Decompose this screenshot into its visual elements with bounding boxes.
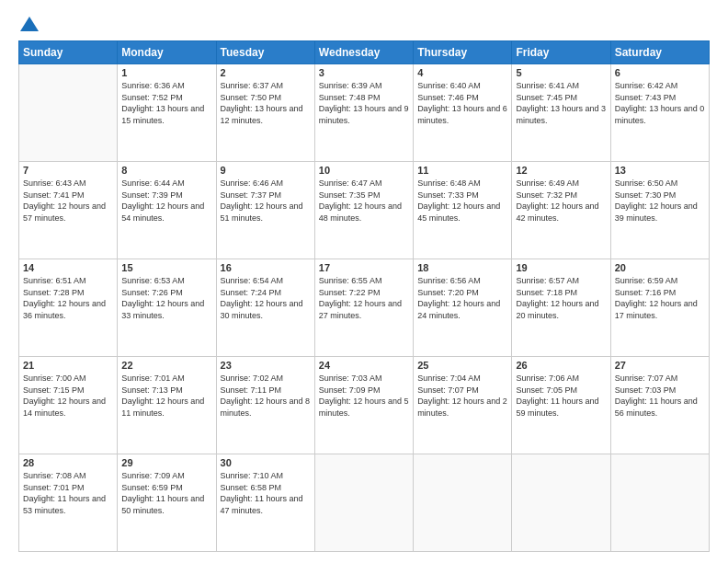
- weekday-header: Thursday: [414, 41, 512, 64]
- calendar-cell: 25Sunrise: 7:04 AMSunset: 7:07 PMDayligh…: [414, 357, 512, 454]
- day-number: 1: [121, 67, 211, 78]
- calendar-cell: 6Sunrise: 6:42 AMSunset: 7:43 PMDaylight…: [610, 64, 709, 162]
- day-number: 22: [121, 360, 211, 371]
- day-info: Sunrise: 7:00 AMSunset: 7:15 PMDaylight:…: [23, 373, 113, 419]
- calendar-cell: 17Sunrise: 6:55 AMSunset: 7:22 PMDayligh…: [314, 259, 413, 357]
- day-number: 27: [615, 360, 705, 371]
- day-info: Sunrise: 6:49 AMSunset: 7:32 PMDaylight:…: [516, 178, 606, 224]
- calendar-cell: 2Sunrise: 6:37 AMSunset: 7:50 PMDaylight…: [216, 64, 314, 162]
- calendar-cell: 19Sunrise: 6:57 AMSunset: 7:18 PMDayligh…: [512, 259, 610, 357]
- calendar-cell: 10Sunrise: 6:47 AMSunset: 7:35 PMDayligh…: [314, 162, 413, 259]
- day-info: Sunrise: 6:46 AMSunset: 7:37 PMDaylight:…: [221, 178, 311, 224]
- calendar-table: SundayMondayTuesdayWednesdayThursdayFrid…: [18, 40, 710, 552]
- calendar-cell: 28Sunrise: 7:08 AMSunset: 7:01 PMDayligh…: [19, 454, 118, 552]
- calendar-cell: 26Sunrise: 7:06 AMSunset: 7:05 PMDayligh…: [512, 357, 610, 454]
- day-number: 26: [516, 360, 606, 371]
- day-number: 13: [615, 165, 705, 176]
- day-number: 3: [319, 67, 409, 78]
- day-number: 28: [23, 457, 113, 468]
- day-info: Sunrise: 7:03 AMSunset: 7:09 PMDaylight:…: [319, 373, 409, 419]
- calendar-cell: 14Sunrise: 6:51 AMSunset: 7:28 PMDayligh…: [19, 259, 118, 357]
- day-info: Sunrise: 6:41 AMSunset: 7:45 PMDaylight:…: [516, 80, 606, 126]
- day-info: Sunrise: 7:02 AMSunset: 7:11 PMDaylight:…: [221, 373, 311, 419]
- day-info: Sunrise: 6:56 AMSunset: 7:20 PMDaylight:…: [417, 275, 507, 321]
- calendar-cell: 15Sunrise: 6:53 AMSunset: 7:26 PMDayligh…: [118, 259, 216, 357]
- day-info: Sunrise: 7:08 AMSunset: 7:01 PMDaylight:…: [23, 470, 113, 516]
- day-info: Sunrise: 6:39 AMSunset: 7:48 PMDaylight:…: [319, 80, 409, 126]
- day-number: 23: [221, 360, 311, 371]
- day-info: Sunrise: 6:54 AMSunset: 7:24 PMDaylight:…: [221, 275, 311, 321]
- day-number: 17: [319, 262, 409, 273]
- day-info: Sunrise: 6:47 AMSunset: 7:35 PMDaylight:…: [319, 178, 409, 224]
- calendar-cell: 27Sunrise: 7:07 AMSunset: 7:03 PMDayligh…: [610, 357, 709, 454]
- day-number: 30: [221, 457, 311, 468]
- day-number: 15: [121, 262, 211, 273]
- page: SundayMondayTuesdayWednesdayThursdayFrid…: [0, 0, 728, 563]
- day-number: 29: [121, 457, 211, 468]
- day-number: 12: [516, 165, 606, 176]
- day-info: Sunrise: 6:48 AMSunset: 7:33 PMDaylight:…: [417, 178, 507, 224]
- calendar-cell: 20Sunrise: 6:59 AMSunset: 7:16 PMDayligh…: [610, 259, 709, 357]
- day-number: 20: [615, 262, 705, 273]
- header: [18, 17, 710, 33]
- weekday-header: Tuesday: [216, 41, 314, 64]
- day-number: 19: [516, 262, 606, 273]
- day-number: 18: [417, 262, 507, 273]
- weekday-header: Monday: [118, 41, 216, 64]
- logo-triangle-icon: [20, 17, 39, 31]
- day-number: 11: [417, 165, 507, 176]
- calendar-cell: 29Sunrise: 7:09 AMSunset: 6:59 PMDayligh…: [118, 454, 216, 552]
- day-info: Sunrise: 6:55 AMSunset: 7:22 PMDaylight:…: [319, 275, 409, 321]
- calendar-cell: 18Sunrise: 6:56 AMSunset: 7:20 PMDayligh…: [414, 259, 512, 357]
- day-number: 5: [516, 67, 606, 78]
- day-info: Sunrise: 6:43 AMSunset: 7:41 PMDaylight:…: [23, 178, 113, 224]
- day-info: Sunrise: 7:09 AMSunset: 6:59 PMDaylight:…: [121, 470, 211, 516]
- day-number: 21: [23, 360, 113, 371]
- calendar-week-row: 1Sunrise: 6:36 AMSunset: 7:52 PMDaylight…: [19, 64, 710, 162]
- day-info: Sunrise: 6:40 AMSunset: 7:46 PMDaylight:…: [417, 80, 507, 126]
- day-number: 14: [23, 262, 113, 273]
- calendar-week-row: 14Sunrise: 6:51 AMSunset: 7:28 PMDayligh…: [19, 259, 710, 357]
- day-info: Sunrise: 6:37 AMSunset: 7:50 PMDaylight:…: [221, 80, 311, 126]
- logo: [18, 17, 39, 33]
- day-info: Sunrise: 6:57 AMSunset: 7:18 PMDaylight:…: [516, 275, 606, 321]
- day-info: Sunrise: 7:01 AMSunset: 7:13 PMDaylight:…: [121, 373, 211, 419]
- day-number: 9: [221, 165, 311, 176]
- calendar-cell: [19, 64, 118, 162]
- calendar-cell: 13Sunrise: 6:50 AMSunset: 7:30 PMDayligh…: [610, 162, 709, 259]
- calendar-week-row: 21Sunrise: 7:00 AMSunset: 7:15 PMDayligh…: [19, 357, 710, 454]
- calendar-week-row: 28Sunrise: 7:08 AMSunset: 7:01 PMDayligh…: [19, 454, 710, 552]
- weekday-header: Wednesday: [314, 41, 413, 64]
- day-info: Sunrise: 6:51 AMSunset: 7:28 PMDaylight:…: [23, 275, 113, 321]
- calendar-cell: 5Sunrise: 6:41 AMSunset: 7:45 PMDaylight…: [512, 64, 610, 162]
- weekday-header: Friday: [512, 41, 610, 64]
- calendar-cell: 9Sunrise: 6:46 AMSunset: 7:37 PMDaylight…: [216, 162, 314, 259]
- calendar-cell: [414, 454, 512, 552]
- day-number: 10: [319, 165, 409, 176]
- day-number: 4: [417, 67, 507, 78]
- calendar-cell: 21Sunrise: 7:00 AMSunset: 7:15 PMDayligh…: [19, 357, 118, 454]
- calendar-cell: [610, 454, 709, 552]
- day-info: Sunrise: 7:10 AMSunset: 6:58 PMDaylight:…: [221, 470, 311, 516]
- day-info: Sunrise: 7:04 AMSunset: 7:07 PMDaylight:…: [417, 373, 507, 419]
- weekday-header: Saturday: [610, 41, 709, 64]
- calendar-cell: 23Sunrise: 7:02 AMSunset: 7:11 PMDayligh…: [216, 357, 314, 454]
- day-info: Sunrise: 7:06 AMSunset: 7:05 PMDaylight:…: [516, 373, 606, 419]
- calendar-cell: [512, 454, 610, 552]
- day-info: Sunrise: 7:07 AMSunset: 7:03 PMDaylight:…: [615, 373, 705, 419]
- day-info: Sunrise: 6:50 AMSunset: 7:30 PMDaylight:…: [615, 178, 705, 224]
- calendar-cell: 1Sunrise: 6:36 AMSunset: 7:52 PMDaylight…: [118, 64, 216, 162]
- calendar-cell: 3Sunrise: 6:39 AMSunset: 7:48 PMDaylight…: [314, 64, 413, 162]
- day-number: 24: [319, 360, 409, 371]
- day-info: Sunrise: 6:42 AMSunset: 7:43 PMDaylight:…: [615, 80, 705, 126]
- day-number: 8: [121, 165, 211, 176]
- calendar-week-row: 7Sunrise: 6:43 AMSunset: 7:41 PMDaylight…: [19, 162, 710, 259]
- weekday-header: Sunday: [19, 41, 118, 64]
- day-info: Sunrise: 6:44 AMSunset: 7:39 PMDaylight:…: [121, 178, 211, 224]
- calendar-cell: 24Sunrise: 7:03 AMSunset: 7:09 PMDayligh…: [314, 357, 413, 454]
- day-number: 25: [417, 360, 507, 371]
- calendar-cell: 30Sunrise: 7:10 AMSunset: 6:58 PMDayligh…: [216, 454, 314, 552]
- calendar-cell: 4Sunrise: 6:40 AMSunset: 7:46 PMDaylight…: [414, 64, 512, 162]
- day-number: 6: [615, 67, 705, 78]
- day-number: 16: [221, 262, 311, 273]
